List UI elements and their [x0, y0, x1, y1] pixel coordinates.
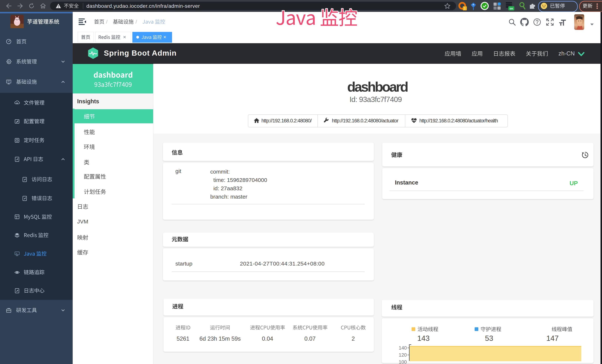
svg-text:on: on	[510, 7, 513, 10]
svg-text:1: 1	[464, 7, 466, 10]
